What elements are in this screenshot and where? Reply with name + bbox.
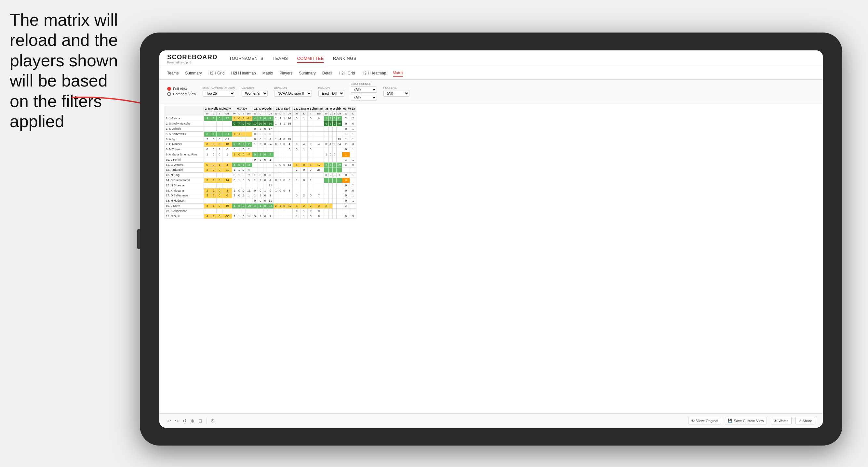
cell: 19 xyxy=(222,203,232,209)
nav-teams[interactable]: TEAMS xyxy=(273,55,288,63)
cell xyxy=(314,178,324,183)
sub-nav-players[interactable]: Players xyxy=(279,70,292,77)
cell: 1 xyxy=(342,157,350,162)
cell xyxy=(293,173,301,178)
nav-committee[interactable]: COMMITTEE xyxy=(297,55,324,63)
sub-nav-matrix2[interactable]: Matrix xyxy=(393,69,404,77)
cell: 0 xyxy=(257,188,263,193)
undo-icon[interactable]: ↩ xyxy=(167,418,171,424)
cell: 0 xyxy=(332,152,336,157)
refresh-icon[interactable]: ↺ xyxy=(183,418,187,424)
cell xyxy=(204,126,211,131)
cell xyxy=(293,152,301,157)
gender-select[interactable]: Women's xyxy=(242,90,268,97)
redo-icon[interactable]: ↪ xyxy=(175,418,179,424)
cell xyxy=(286,209,293,214)
settings-icon[interactable]: ⊟ xyxy=(198,418,202,424)
cell xyxy=(237,198,242,204)
cell: 3 xyxy=(350,214,356,219)
cell: 0 xyxy=(222,147,232,152)
cell: 0 xyxy=(217,152,222,157)
cell: 0 xyxy=(211,167,217,173)
cell xyxy=(282,193,286,198)
cell xyxy=(274,198,278,204)
sub-nav-teams[interactable]: Teams xyxy=(167,70,179,77)
cell: 0 xyxy=(274,178,278,183)
sub-nav-h2h-grid[interactable]: H2H Grid xyxy=(209,70,225,77)
cell xyxy=(263,147,267,152)
cell: 2 xyxy=(246,142,252,147)
cell: 2 xyxy=(246,147,252,152)
cell: -10 xyxy=(222,167,232,173)
full-view-radio[interactable] xyxy=(167,87,171,91)
cell: 4 xyxy=(329,162,332,167)
cell: 13 xyxy=(336,136,342,142)
cell: 0 xyxy=(263,178,267,183)
sub-nav-h2h-heatmap2[interactable]: H2H Heatmap xyxy=(361,70,386,77)
sub-nav-matrix[interactable]: Matrix xyxy=(262,70,273,77)
cell xyxy=(274,214,278,219)
cell: 0 xyxy=(217,203,222,209)
cell xyxy=(278,167,282,173)
nav-tournaments[interactable]: TOURNAMENTS xyxy=(229,55,264,63)
conference-select1[interactable]: (All) xyxy=(351,86,377,93)
sub-nav-detail[interactable]: Detail xyxy=(322,70,332,77)
cell: 0 xyxy=(307,214,314,219)
cell: 0 xyxy=(232,121,237,126)
sub-nav-h2h-heatmap[interactable]: H2H Heatmap xyxy=(231,70,256,77)
cell: 0 xyxy=(232,178,237,183)
cell xyxy=(252,147,257,152)
watch-button[interactable]: 👁 Watch xyxy=(771,417,792,425)
cell xyxy=(242,126,246,131)
cell xyxy=(217,173,222,178)
col-dif-2: Dif xyxy=(246,111,252,116)
cell xyxy=(222,173,232,178)
sub-nav-summary[interactable]: Summary xyxy=(185,70,202,77)
conference-select2[interactable]: (All) xyxy=(351,94,377,100)
cell: 0 xyxy=(293,142,301,147)
cell: 0 xyxy=(217,188,222,193)
player-name: 11. G Woods xyxy=(165,162,204,167)
players-select[interactable]: (All) xyxy=(383,90,409,97)
cell xyxy=(278,173,282,178)
cell xyxy=(286,173,293,178)
cell xyxy=(314,121,324,126)
cell xyxy=(282,214,286,219)
cell: 2 xyxy=(204,167,211,173)
main-content[interactable]: 2. M Kelly Mulcahy 6. A Dy 11. G Woods 2… xyxy=(159,103,823,413)
cell: 0 xyxy=(263,193,267,198)
compact-view-radio[interactable] xyxy=(167,92,171,96)
save-custom-button[interactable]: 💾 Save Custom View xyxy=(725,417,767,425)
sub-nav-h2h-grid2[interactable]: H2H Grid xyxy=(339,70,355,77)
cell: 0 xyxy=(257,131,263,136)
cell: 2 xyxy=(342,116,350,121)
cell: 0 xyxy=(263,116,267,121)
cell xyxy=(204,198,211,204)
table-row: 18. H Hodgson 0 0 0 11 xyxy=(165,198,356,204)
cell xyxy=(222,157,232,162)
cell xyxy=(232,183,237,188)
cell: 4 xyxy=(329,142,332,147)
cell xyxy=(222,198,232,204)
cell xyxy=(324,126,329,131)
zoom-icon[interactable]: ⊕ xyxy=(191,418,194,424)
cell: 0 xyxy=(263,152,267,157)
region-select[interactable]: East - DII xyxy=(318,90,344,97)
clock-icon[interactable]: ⏱ xyxy=(210,418,215,424)
full-view-option[interactable]: Full View xyxy=(167,87,196,91)
cell: 0 xyxy=(267,131,274,136)
cell: 1 xyxy=(222,152,232,157)
nav-rankings[interactable]: RANKINGS xyxy=(333,55,356,63)
cell xyxy=(293,188,301,193)
cell: 0 xyxy=(211,147,217,152)
share-button[interactable]: ↗ Share xyxy=(796,417,815,425)
cell xyxy=(257,209,263,214)
col-header-2: 6. A Dy xyxy=(232,106,252,112)
division-select[interactable]: NCAA Division II xyxy=(274,90,312,97)
cell: 0 xyxy=(263,198,267,204)
max-players-select[interactable]: Top 25 xyxy=(203,90,235,97)
cell xyxy=(211,183,217,188)
compact-view-option[interactable]: Compact View xyxy=(167,92,196,96)
view-original-button[interactable]: 👁 View: Original xyxy=(688,417,721,425)
sub-nav-summary2[interactable]: Summary xyxy=(299,70,315,77)
